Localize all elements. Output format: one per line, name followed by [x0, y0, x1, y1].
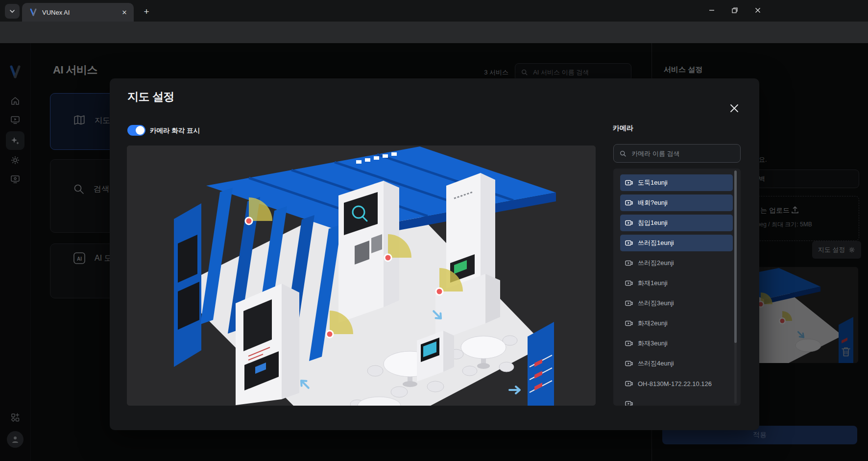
close-icon: [729, 103, 739, 113]
camera-marker[interactable]: [384, 254, 392, 262]
camera-icon: [625, 239, 633, 247]
camera-fov-toggle[interactable]: [127, 125, 145, 136]
toggle-knob: [136, 126, 145, 135]
camera-icon: [625, 199, 633, 207]
camera-list: 도둑1eunji 배회?eunji 침입1eunji 쓰러짐1eunji 쓰러짐…: [613, 169, 741, 406]
camera-icon: [625, 400, 633, 406]
camera-list-item[interactable]: 화재1eunji: [620, 275, 733, 291]
camera-name: 침입1eunji: [638, 218, 668, 227]
camera-name: 쓰러짐2eunji: [638, 259, 674, 267]
camera-name: 화재2eunji: [638, 319, 668, 328]
camera-list-item[interactable]: 배회?eunji: [620, 194, 733, 211]
camera-list-item[interactable]: 화재2eunji: [620, 315, 733, 332]
new-tab-button[interactable]: +: [140, 5, 153, 18]
camera-list-item[interactable]: OH-8130M-172.22.10.126: [620, 375, 733, 392]
camera-icon: [625, 259, 633, 267]
browser-tab[interactable]: VUNex AI ✕: [22, 3, 134, 22]
close-icon: [755, 7, 761, 13]
vunex-favicon: [29, 8, 38, 17]
camera-icon: [625, 360, 633, 367]
camera-icon: [625, 279, 633, 287]
toggle-label: 카메라 화각 표시: [150, 126, 200, 135]
camera-name: 쓰러짐3eunji: [638, 299, 674, 308]
camera-panel-title: 카메라: [613, 124, 633, 133]
camera-name: 배회?eunji: [638, 198, 668, 207]
window-close-button[interactable]: [750, 3, 765, 18]
modal-close-button[interactable]: [726, 100, 743, 117]
tab-close-icon[interactable]: ✕: [120, 8, 129, 17]
window-minimize-button[interactable]: [704, 3, 719, 18]
modal-title: 지도 설정: [127, 89, 174, 104]
camera-icon: [625, 340, 633, 347]
camera-list-item-partial[interactable]: [620, 395, 733, 406]
camera-name: 쓰러짐4eunji: [638, 359, 674, 368]
browser-titlebar: VUNex AI ✕ +: [0, 0, 868, 22]
camera-list-item[interactable]: 쓰러짐3eunji: [620, 295, 733, 312]
camera-icon: [625, 319, 633, 327]
scrollbar-thumb[interactable]: [734, 170, 737, 343]
camera-icon: [625, 179, 633, 187]
minimize-icon: [709, 7, 715, 13]
tab-title: VUNex AI: [42, 9, 120, 16]
camera-icon: [625, 299, 633, 307]
camera-name: 도둑1eunji: [638, 178, 668, 187]
booth-map-graphic: [127, 146, 596, 406]
camera-marker[interactable]: [435, 288, 444, 296]
chevron-down-icon: [9, 8, 15, 14]
camera-list-item[interactable]: 도둑1eunji: [620, 174, 733, 191]
camera-list-item[interactable]: 쓰러짐4eunji: [620, 355, 733, 372]
camera-search-box[interactable]: [613, 144, 741, 163]
booth-map-view[interactable]: [127, 146, 596, 406]
tab-search-button[interactable]: [5, 4, 20, 19]
search-icon: [620, 150, 626, 157]
map-settings-modal: 지도 설정 카메라 화각 표시: [110, 78, 759, 430]
camera-list-item[interactable]: 화재3eunji: [620, 335, 733, 352]
browser-toolbar: [0, 22, 868, 43]
camera-name: 화재1eunji: [638, 279, 668, 288]
camera-name: 화재3eunji: [638, 339, 668, 348]
window-restore-button[interactable]: [727, 3, 742, 18]
camera-marker[interactable]: [245, 217, 253, 225]
camera-list-item[interactable]: 쓰러짐2eunji: [620, 255, 733, 271]
camera-list-item[interactable]: 침입1eunji: [620, 215, 733, 231]
camera-name: OH-8130M-172.22.10.126: [638, 380, 712, 388]
camera-list-item[interactable]: 쓰러짐1eunji: [620, 235, 733, 251]
restore-icon: [732, 7, 738, 13]
camera-name: 쓰러짐1eunji: [638, 239, 674, 247]
camera-marker[interactable]: [326, 330, 334, 339]
camera-icon: [625, 219, 633, 227]
camera-search-input[interactable]: [630, 149, 734, 158]
camera-icon: [625, 380, 633, 388]
scrollbar-track[interactable]: [734, 170, 737, 404]
